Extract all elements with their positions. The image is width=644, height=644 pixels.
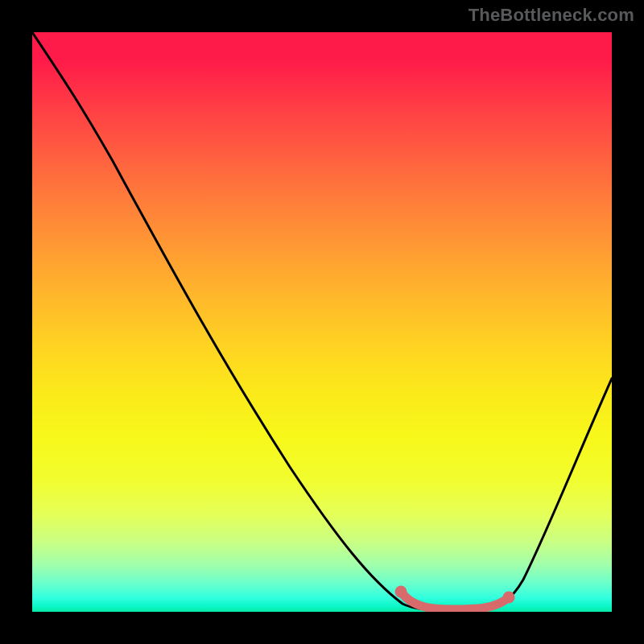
curve-layer xyxy=(32,32,612,612)
watermark-text: TheBottleneck.com xyxy=(469,5,634,26)
optimal-range-start-dot xyxy=(395,586,407,598)
chart-frame: TheBottleneck.com xyxy=(0,0,644,644)
bottleneck-curve xyxy=(32,32,612,610)
optimal-range-marker xyxy=(401,592,509,609)
plot-area xyxy=(32,32,612,612)
optimal-range-end-dot xyxy=(503,592,515,604)
